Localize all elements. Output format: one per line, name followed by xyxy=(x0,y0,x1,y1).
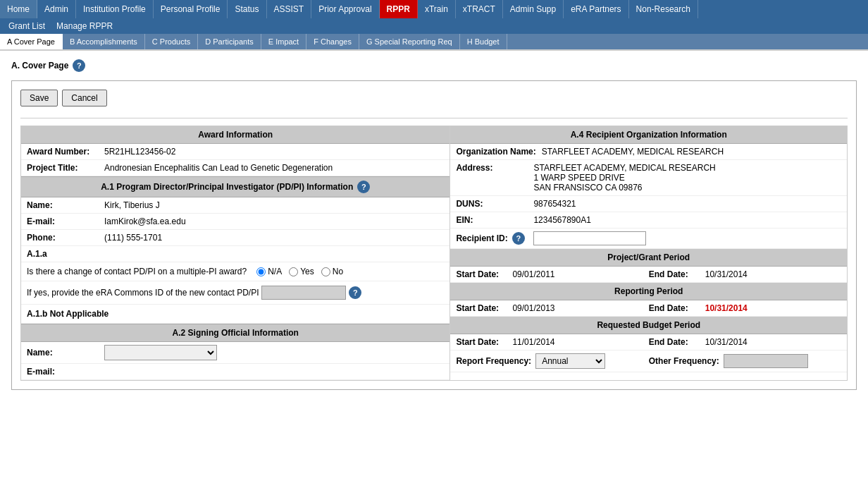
recipient-id-label: Recipient ID: xyxy=(456,233,507,243)
reporting-period-dates-row: Start Date: 09/01/2013 End Date: 10/31/2… xyxy=(450,300,847,317)
recipient-id-help-icon[interactable]: ? xyxy=(512,232,525,245)
ein-value: 1234567890A1 xyxy=(533,215,841,225)
right-column: A.4 Recipient Organization Information O… xyxy=(450,126,847,380)
project-end-label: End Date: xyxy=(649,269,705,279)
reporting-end-label: End Date: xyxy=(649,303,705,313)
recipient-id-input[interactable] xyxy=(533,231,646,245)
tab-g-special-reporting[interactable]: G Special Reporting Req xyxy=(359,34,460,49)
signing-section-title: A.2 Signing Official Information xyxy=(173,328,299,338)
project-period-header: Project/Grant Period xyxy=(450,249,847,267)
era-commons-help-icon[interactable]: ? xyxy=(349,286,361,299)
org-name-value: STARFLEET ACADEMY, MEDICAL RESEARCH xyxy=(542,147,841,157)
other-freq-item: Other Frequency: xyxy=(649,354,841,368)
nav-admin[interactable]: Admin xyxy=(37,0,76,18)
project-title-row: Project Title: Andronesian Encephalitis … xyxy=(21,160,450,176)
tab-navigation: A Cover Page B Accomplishments C Product… xyxy=(0,34,868,51)
tab-a-cover-page[interactable]: A Cover Page xyxy=(0,34,63,49)
budget-end-value: 10/31/2014 xyxy=(705,337,748,347)
budget-start-value: 11/01/2014 xyxy=(512,337,554,347)
project-start-value: 09/01/2011 xyxy=(512,269,554,279)
page-title: A. Cover Page ? xyxy=(11,59,857,72)
budget-period-title: Requested Budget Period xyxy=(597,320,700,330)
pi-name-value: Kirk, Tiberius J xyxy=(104,200,444,210)
pi-email-value: IamKirok@sfa.ea.edu xyxy=(104,217,444,226)
nav-rppr[interactable]: RPPR xyxy=(380,0,418,18)
signing-name-input-wrap xyxy=(104,345,444,360)
nav-xtract[interactable]: xTRACT xyxy=(456,0,503,18)
project-period-dates-row: Start Date: 09/01/2011 End Date: 10/31/2… xyxy=(450,267,847,283)
nav-institution-profile[interactable]: Institution Profile xyxy=(76,0,154,18)
budget-period-dates-row: Start Date: 11/01/2014 End Date: 10/31/2… xyxy=(450,334,847,350)
project-period-title: Project/Grant Period xyxy=(607,252,690,262)
duns-label: DUNS: xyxy=(456,199,533,209)
other-freq-input[interactable] xyxy=(724,354,808,368)
pdpi-section-header: A.1 Program Director/Principal Investiga… xyxy=(21,176,450,197)
nav-xtrain[interactable]: xTrain xyxy=(418,0,456,18)
signing-name-select[interactable] xyxy=(104,345,217,360)
reporting-end-value: 10/31/2014 xyxy=(705,303,748,313)
project-title-label: Project Title: xyxy=(27,163,104,173)
project-start-label: Start Date: xyxy=(456,269,512,279)
award-section-header: Award Information xyxy=(21,126,450,144)
tab-b-accomplishments[interactable]: B Accomplishments xyxy=(63,34,145,49)
pi-email-row: E-mail: IamKirok@sfa.ea.edu xyxy=(21,214,450,230)
radio-na[interactable]: N/A xyxy=(256,267,282,276)
report-freq-item: Report Frequency: Annual Semi-Annual Qua… xyxy=(456,353,648,369)
nav-grant-list[interactable]: Grant List xyxy=(3,18,51,34)
save-button[interactable]: Save xyxy=(20,90,58,106)
pi-name-label: Name: xyxy=(27,200,104,210)
nav-status[interactable]: Status xyxy=(228,0,266,18)
nav-assist[interactable]: ASSIST xyxy=(267,0,312,18)
duns-row: DUNS: 987654321 xyxy=(450,196,847,212)
pdpi-help-icon[interactable]: ? xyxy=(357,181,370,193)
pi-name-row: Name: Kirk, Tiberius J xyxy=(21,197,450,214)
change-question: Is there a change of contact PD/PI on a … xyxy=(27,267,247,276)
budget-start-label: Start Date: xyxy=(456,337,512,347)
project-end-value: 10/31/2014 xyxy=(705,269,748,279)
org-name-row: Organization Name: STARFLEET ACADEMY, ME… xyxy=(450,144,847,160)
tab-e-impact[interactable]: E Impact xyxy=(261,34,306,49)
radio-yes[interactable]: Yes xyxy=(289,267,314,276)
budget-start-item: Start Date: 11/01/2014 xyxy=(456,337,648,347)
era-commons-input[interactable] xyxy=(261,286,346,300)
tab-h-budget[interactable]: H Budget xyxy=(460,34,507,49)
nav-era-partners[interactable]: eRA Partners xyxy=(564,0,628,18)
nav-prior-approval[interactable]: Prior Approval xyxy=(311,0,379,18)
second-navigation: Grant List Manage RPPR xyxy=(0,18,868,34)
nav-non-research[interactable]: Non-Research xyxy=(629,0,698,18)
recipient-id-row: Recipient ID: ? xyxy=(450,228,847,249)
page-help-icon[interactable]: ? xyxy=(73,59,85,72)
nav-personal-profile[interactable]: Personal Profile xyxy=(154,0,228,18)
signing-section-header: A.2 Signing Official Information xyxy=(21,324,450,342)
reporting-start-value: 09/01/2013 xyxy=(512,303,554,313)
ein-row: EIN: 1234567890A1 xyxy=(450,212,847,228)
cancel-button[interactable]: Cancel xyxy=(62,90,106,106)
page-title-text: A. Cover Page xyxy=(11,61,68,71)
project-title-value: Andronesian Encephalitis Can Lead to Gen… xyxy=(104,163,444,173)
tab-d-participants[interactable]: D Participants xyxy=(198,34,261,49)
signing-name-label: Name: xyxy=(27,348,104,358)
tab-c-products[interactable]: C Products xyxy=(145,34,198,49)
org-address-row: Address: STARFLEET ACADEMY, MEDICAL RESE… xyxy=(450,160,847,196)
report-freq-select[interactable]: Annual Semi-Annual Quarterly xyxy=(535,353,605,369)
signing-name-row: Name: xyxy=(21,342,450,364)
org-address-value: STARFLEET ACADEMY, MEDICAL RESEARCH 1 WA… xyxy=(533,163,841,193)
reporting-period-header: Reporting Period xyxy=(450,283,847,300)
pi-phone-label: Phone: xyxy=(27,233,104,243)
nav-admin-supp[interactable]: Admin Supp xyxy=(503,0,564,18)
org-name-label: Organization Name: xyxy=(456,147,541,157)
ein-label: EIN: xyxy=(456,215,533,225)
nav-manage-rppr[interactable]: Manage RPPR xyxy=(51,18,118,34)
tab-f-changes[interactable]: F Changes xyxy=(306,34,359,49)
other-freq-label: Other Frequency: xyxy=(649,356,719,366)
nav-home[interactable]: Home xyxy=(0,0,37,18)
award-number-label: Award Number: xyxy=(27,147,104,157)
signing-email-row: E-mail: xyxy=(21,364,450,380)
contact-change-row: Is there a change of contact PD/PI on a … xyxy=(21,262,450,281)
award-number-value: 5R21HL123456-02 xyxy=(104,147,444,157)
pi-phone-row: Phone: (111) 555-1701 xyxy=(21,230,450,246)
award-section-title: Award Information xyxy=(198,130,273,140)
radio-no[interactable]: No xyxy=(321,267,343,276)
budget-period-header: Requested Budget Period xyxy=(450,317,847,334)
signing-email-label: E-mail: xyxy=(27,367,104,377)
